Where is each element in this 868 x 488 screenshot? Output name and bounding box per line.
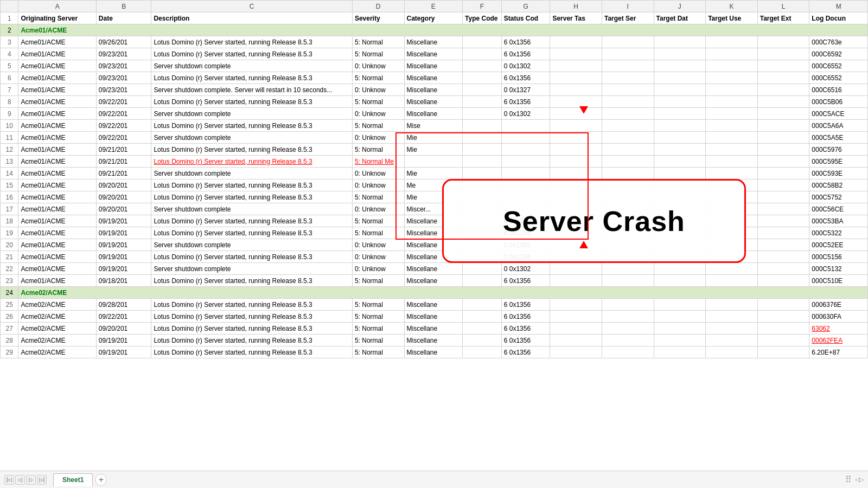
table-row[interactable]: 25 Acme02/ACME 09/28/201 Lotus Domino (r… — [1, 299, 868, 311]
table-row[interactable]: 10 Acme01/ACME 09/22/201 Lotus Domino (r… — [1, 120, 868, 132]
tab-nav-prev[interactable]: ◁ — [15, 475, 25, 485]
cell-target-use — [706, 215, 758, 227]
cell-originating-server: Acme01/ACME — [18, 168, 96, 179]
table-row[interactable]: 9 Acme01/ACME 09/22/201 Server shutdown … — [1, 108, 868, 120]
table-row[interactable]: 27 Acme02/ACME 09/20/201 Lotus Domino (r… — [1, 323, 868, 335]
scroll-wrapper[interactable]: A B C D E F G H I J K L M — [0, 0, 868, 471]
add-sheet-button[interactable]: + — [95, 474, 107, 486]
col-header-g[interactable]: G — [501, 1, 550, 12]
table-row[interactable]: 5 Acme01/ACME 09/23/201 Server shutdown … — [1, 60, 868, 72]
cell-target-ser — [602, 251, 654, 263]
table-row[interactable]: 19 Acme01/ACME 09/19/201 Lotus Domino (r… — [1, 227, 868, 239]
table-row[interactable]: 2 Acme01/ACME — [1, 24, 868, 36]
scrollbar-indicator[interactable]: ◁▷ — [855, 476, 864, 483]
cell-log-docun: 000C5322 — [809, 227, 868, 239]
table-row[interactable]: 6 Acme01/ACME 09/23/201 Lotus Domino (r)… — [1, 72, 868, 84]
table-row[interactable]: 13 Acme01/ACME 09/21/201 Lotus Domino (r… — [1, 156, 868, 168]
cell-originating-server: Acme01/ACME — [18, 251, 96, 263]
cell-originating-server: Acme01/ACME — [18, 120, 96, 132]
cell-target-ext — [757, 275, 809, 287]
table-row[interactable]: 21 Acme01/ACME 09/19/201 Lotus Domino (r… — [1, 251, 868, 263]
table-row[interactable]: 7 Acme01/ACME 09/23/201 Server shutdown … — [1, 84, 868, 96]
table-row[interactable]: 23 Acme01/ACME 09/18/201 Lotus Domino (r… — [1, 275, 868, 287]
cell-severity: 5: Normal — [352, 275, 404, 287]
cell-date: 09/22/201 — [96, 132, 151, 144]
cell-target-dat — [654, 48, 706, 60]
col-header-k[interactable]: K — [706, 1, 758, 12]
col-header-m[interactable]: M — [809, 1, 868, 12]
cell-target-ext — [757, 96, 809, 108]
header-status-code: Status Cod — [501, 12, 550, 24]
cell-target-ser — [602, 311, 654, 323]
cell-target-ser — [602, 227, 654, 239]
table-row[interactable]: 22 Acme01/ACME 09/19/201 Server shutdown… — [1, 263, 868, 275]
cell-description: Lotus Domino (r) Server started, running… — [151, 227, 352, 239]
table-row[interactable]: 26 Acme02/ACME 09/22/201 Lotus Domino (r… — [1, 311, 868, 323]
cell-log-docun: 000C510E — [809, 275, 868, 287]
cell-date: 09/20/201 — [96, 179, 151, 191]
col-header-h[interactable]: H — [550, 1, 602, 12]
cell-target-ext — [757, 108, 809, 120]
cell-status-code: 6 0x1356 — [501, 227, 550, 239]
col-header-e[interactable]: E — [404, 1, 463, 12]
table-row[interactable]: 18 Acme01/ACME 09/19/201 Lotus Domino (r… — [1, 215, 868, 227]
col-header-b[interactable]: B — [96, 1, 151, 12]
tab-nav-last[interactable]: ▷| — [37, 475, 47, 485]
header-description: Description — [151, 12, 352, 24]
col-header-l[interactable]: L — [757, 1, 809, 12]
sheet1-tab[interactable]: Sheet1 — [53, 473, 93, 486]
cell-originating-server: Acme01/ACME — [18, 215, 96, 227]
table-row[interactable]: 20 Acme01/ACME 09/19/201 Server shutdown… — [1, 239, 868, 251]
cell-date: 09/23/201 — [96, 72, 151, 84]
table-row[interactable]: 8 Acme01/ACME 09/22/201 Lotus Domino (r)… — [1, 96, 868, 108]
col-header-a[interactable]: A — [18, 1, 96, 12]
col-header-c[interactable]: C — [151, 1, 352, 12]
col-header-d[interactable]: D — [352, 1, 404, 12]
table-row[interactable]: 12 Acme01/ACME 09/21/201 Lotus Domino (r… — [1, 144, 868, 156]
cell-date: 09/21/201 — [96, 156, 151, 168]
cell-status-code: 6 0x1356 — [501, 323, 550, 335]
cell-category: Miscellanе — [404, 227, 463, 239]
cell-status-code: 6 0x1356 — [501, 215, 550, 227]
row-num: 24 — [1, 287, 18, 299]
table-row[interactable]: 11 Acme01/ACME 09/22/201 Server shutdown… — [1, 132, 868, 144]
cell-target-use — [706, 275, 758, 287]
cell-type-code — [463, 311, 502, 323]
cell-target-dat — [654, 346, 706, 358]
cell-description: Lotus Domino (r) Server started, running… — [151, 96, 352, 108]
table-row[interactable]: 24 Acme02/ACME — [1, 287, 868, 299]
cell-target-use — [706, 60, 758, 72]
cell-target-ser — [602, 120, 654, 132]
cell-description: Server shutdown complete. Server will re… — [151, 84, 352, 96]
scrollbar-area[interactable]: ⠿ ◁▷ — [845, 474, 864, 485]
cell-severity: 5: Normal — [352, 311, 404, 323]
cell-type-code — [463, 323, 502, 335]
table-row[interactable]: 3 Acme01/ACME 09/26/201 Lotus Domino (r)… — [1, 36, 868, 48]
cell-target-ser — [602, 299, 654, 311]
cell-target-ext — [757, 156, 809, 168]
table-row[interactable]: 29 Acme02/ACME 09/19/201 Lotus Domino (r… — [1, 346, 868, 358]
col-header-f[interactable]: F — [463, 1, 502, 12]
cell-log-docun: 000C5ACE — [809, 108, 868, 120]
tab-nav-next[interactable]: ▷ — [26, 475, 36, 485]
cell-target-use — [706, 263, 758, 275]
cell-date: 09/23/201 — [96, 84, 151, 96]
cell-log-docun: 6.20E+87 — [809, 346, 868, 358]
cell-category: Misе — [404, 120, 463, 132]
cell-target-ext — [757, 36, 809, 48]
cell-description: Lotus Domino (r) Server started, running… — [151, 215, 352, 227]
table-row[interactable]: 28 Acme02/ACME 09/19/201 Lotus Domino (r… — [1, 335, 868, 346]
tab-nav-first[interactable]: |◁ — [4, 475, 14, 485]
table-row[interactable]: 4 Acme01/ACME 09/23/201 Lotus Domino (r)… — [1, 48, 868, 60]
cell-target-ser — [602, 72, 654, 84]
table-row[interactable]: 17 Acme01/ACME 09/20/201 Server shutdown… — [1, 203, 868, 215]
cell-description: Lotus Domino (r) Server started, running… — [151, 48, 352, 60]
table-row[interactable]: 15 Acme01/ACME 09/20/201 Lotus Domino (r… — [1, 179, 868, 191]
header-date: Date — [96, 12, 151, 24]
table-row[interactable]: 14 Acme01/ACME 09/21/201 Server shutdown… — [1, 168, 868, 179]
table-row[interactable]: 16 Acme01/ACME 09/20/201 Lotus Domino (r… — [1, 191, 868, 203]
col-header-i[interactable]: I — [602, 1, 654, 12]
cell-date: 09/19/201 — [96, 215, 151, 227]
col-header-j[interactable]: J — [654, 1, 706, 12]
cell-description: Lotus Domino (r) Server started, running… — [151, 346, 352, 358]
